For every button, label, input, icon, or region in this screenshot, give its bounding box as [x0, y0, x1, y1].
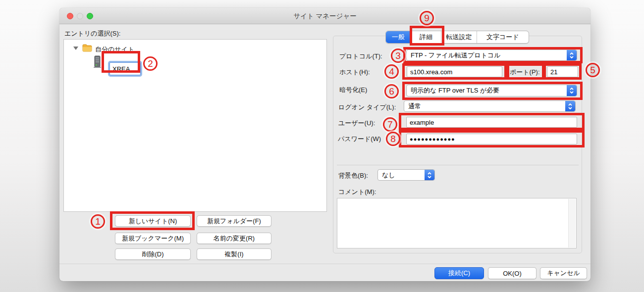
window-title: サイト マネージャー	[59, 12, 590, 21]
background-color-value: なし	[382, 171, 395, 180]
tab-transfer-settings[interactable]: 転送設定	[441, 31, 477, 43]
user-label: ユーザー(U):	[338, 119, 375, 128]
stepper-icon	[565, 101, 575, 111]
new-folder-button[interactable]: 新規フォルダー(F)	[197, 215, 271, 227]
background-color-select[interactable]: なし	[377, 169, 435, 181]
panel-separator	[337, 165, 579, 165]
encryption-label: 暗号化(E)	[339, 86, 367, 95]
password-label: パスワード(W)	[338, 135, 381, 144]
annotation-number-8: 8	[386, 132, 400, 146]
annotation-box-port-input	[543, 63, 582, 80]
logon-type-label: ログオン タイプ(L):	[338, 103, 396, 112]
annotation-box-password	[399, 130, 585, 147]
annotation-number-9: 9	[420, 11, 434, 25]
annotation-number-1: 1	[91, 214, 105, 229]
connect-button[interactable]: 接続(C)	[434, 267, 484, 279]
comment-textarea[interactable]	[337, 198, 577, 248]
annotation-number-4: 4	[384, 64, 399, 79]
new-bookmark-button[interactable]: 新規ブックマーク(M)	[115, 233, 191, 244]
annotation-number-5: 5	[586, 63, 600, 77]
annotation-number-3: 3	[391, 49, 405, 63]
annotation-number-2: 2	[143, 56, 158, 71]
tab-general[interactable]: 一般	[386, 31, 411, 43]
annotation-box-advanced-tab	[410, 26, 444, 46]
entry-select-label: エントリの選択(S):	[64, 29, 120, 38]
annotation-box-site-name	[102, 51, 140, 73]
annotation-box-encryption	[402, 82, 583, 100]
annotation-box-user	[399, 113, 585, 130]
duplicate-button[interactable]: 複製(I)	[197, 248, 271, 260]
tab-bar: 一般 詳細 転送設定 文字コード	[385, 31, 529, 44]
protocol-label: プロトコル(T):	[339, 52, 382, 61]
desktop-background: サイト マネージャー エントリの選択(S): 自分のサイト	[0, 0, 644, 292]
annotation-number-6: 6	[384, 84, 399, 98]
tab-charset[interactable]: 文字コード	[477, 31, 529, 43]
comment-scrollbar-track	[568, 199, 576, 247]
rename-button[interactable]: 名前の変更(R)	[197, 233, 271, 244]
footer-separator	[59, 264, 590, 264]
logon-type-value: 通常	[408, 102, 421, 111]
comment-label: コメント(M):	[338, 188, 376, 196]
background-color-label: 背景色(B):	[338, 171, 368, 180]
title-bar: サイト マネージャー	[59, 8, 590, 24]
annotation-box-new-site	[110, 211, 195, 230]
annotation-box-port-label	[507, 63, 544, 80]
annotation-box-protocol	[403, 47, 583, 63]
cancel-button[interactable]: キャンセル	[540, 267, 587, 279]
server-icon	[93, 55, 101, 68]
folder-icon	[82, 44, 92, 52]
logon-type-select[interactable]: 通常	[404, 100, 576, 112]
annotation-box-host	[402, 63, 507, 80]
host-label: ホスト(H):	[339, 68, 370, 77]
delete-button[interactable]: 削除(D)	[115, 248, 191, 260]
disclosure-triangle-icon[interactable]	[73, 47, 78, 50]
ok-button[interactable]: OK(O)	[488, 267, 537, 279]
stepper-icon	[425, 170, 434, 180]
annotation-number-7: 7	[383, 117, 397, 132]
